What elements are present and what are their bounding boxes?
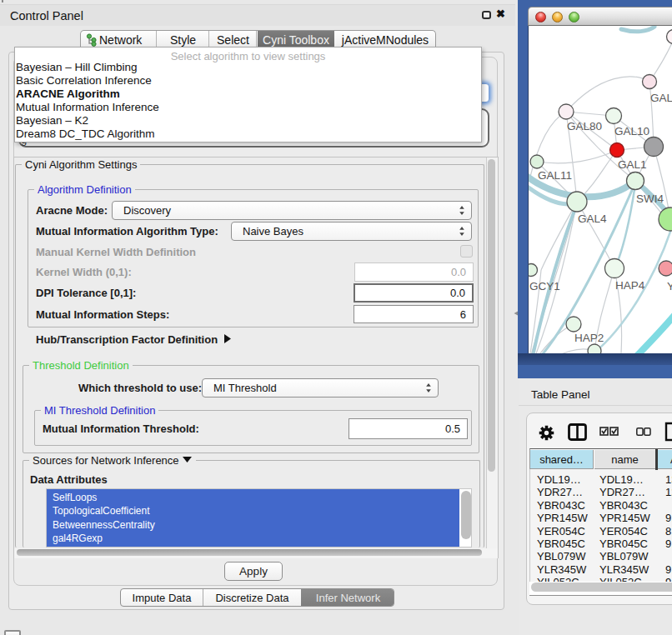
svg-text:Y: Y xyxy=(667,280,672,292)
svg-text:GAL10: GAL10 xyxy=(614,125,649,138)
svg-text:SWI4: SWI4 xyxy=(636,192,664,205)
svg-text:GAL4: GAL4 xyxy=(578,212,607,225)
svg-text:GCY1: GCY1 xyxy=(529,280,560,292)
svg-text:GAL8: GAL8 xyxy=(650,92,672,104)
svg-text:HAP2: HAP2 xyxy=(574,332,604,344)
svg-text:GAL11: GAL11 xyxy=(538,169,572,182)
svg-text:GAL1: GAL1 xyxy=(618,158,647,171)
svg-text:GAL80: GAL80 xyxy=(567,120,602,132)
svg-text:HAP4: HAP4 xyxy=(615,279,645,292)
